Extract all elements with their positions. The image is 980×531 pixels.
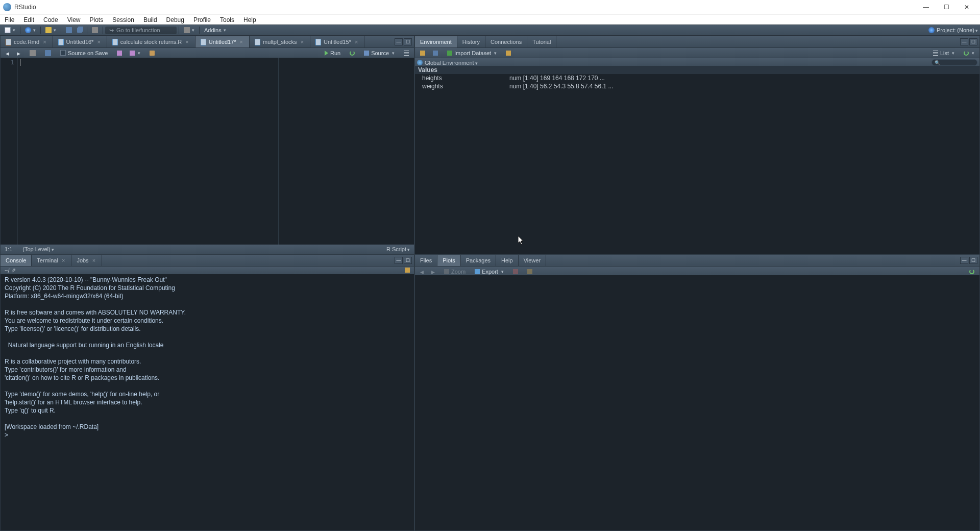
env-row-weights[interactable]: weightsnum [1:40] 56.2 54.3 55.8 57.4 56… bbox=[415, 82, 979, 90]
editor-body[interactable]: 1 bbox=[1, 58, 414, 245]
rerun-button[interactable] bbox=[347, 50, 358, 56]
menu-tools[interactable]: Tools bbox=[215, 15, 239, 25]
console-pane-minimize-button[interactable]: — bbox=[395, 257, 403, 264]
source-on-save-checkbox[interactable]: Source on Save bbox=[57, 50, 111, 57]
tab-viewer[interactable]: Viewer bbox=[519, 255, 546, 266]
open-file-button[interactable] bbox=[43, 27, 59, 34]
menu-profile[interactable]: Profile bbox=[189, 15, 215, 25]
menu-file[interactable]: File bbox=[0, 15, 19, 25]
close-icon[interactable]: × bbox=[96, 39, 101, 45]
tab-terminal[interactable]: Terminal× bbox=[32, 255, 71, 266]
source-tab-1[interactable]: Untitled16*× bbox=[53, 36, 107, 47]
clear-all-plots-button[interactable] bbox=[524, 269, 535, 275]
show-in-new-window-button[interactable] bbox=[27, 50, 39, 57]
zoom-button[interactable]: Zoom bbox=[441, 268, 469, 275]
run-button[interactable]: Run bbox=[322, 50, 344, 57]
source-tab-3[interactable]: Untitled17*× bbox=[195, 36, 250, 47]
menu-session[interactable]: Session bbox=[108, 15, 139, 25]
forward-button[interactable] bbox=[14, 50, 23, 57]
menu-debug[interactable]: Debug bbox=[162, 15, 189, 25]
print-button[interactable] bbox=[89, 27, 101, 34]
working-dir[interactable]: ~/ bbox=[5, 268, 9, 274]
clear-objects-button[interactable] bbox=[503, 50, 514, 56]
tab-connections[interactable]: Connections bbox=[485, 36, 527, 47]
language-selector[interactable]: R Script bbox=[386, 246, 410, 252]
close-icon[interactable]: × bbox=[354, 39, 359, 45]
console-pane-maximize-button[interactable]: ☐ bbox=[404, 257, 412, 264]
menu-build[interactable]: Build bbox=[139, 15, 162, 25]
tab-history[interactable]: History bbox=[457, 36, 485, 47]
outline-button[interactable] bbox=[401, 50, 412, 56]
menu-code[interactable]: Code bbox=[39, 15, 63, 25]
back-button[interactable] bbox=[3, 50, 12, 57]
env-pane-maximize-button[interactable]: ☐ bbox=[969, 38, 977, 45]
window-minimize-button[interactable]: — bbox=[916, 0, 936, 14]
env-var-name: weights bbox=[415, 83, 509, 90]
refresh-plot-button[interactable] bbox=[966, 269, 977, 275]
save-button[interactable] bbox=[63, 27, 75, 34]
source-pane-minimize-button[interactable]: — bbox=[395, 38, 403, 45]
export-plot-button[interactable]: Export bbox=[472, 268, 507, 275]
close-icon[interactable]: × bbox=[42, 39, 47, 45]
save-doc-button[interactable] bbox=[42, 50, 54, 57]
tab-jobs[interactable]: Jobs× bbox=[71, 255, 102, 266]
menu-plots[interactable]: Plots bbox=[85, 15, 108, 25]
goto-file-input[interactable]: ↪Go to file/function bbox=[105, 27, 177, 34]
source-tab-5[interactable]: Untitled15*× bbox=[310, 36, 364, 47]
project-menu-button[interactable]: Project: (None) bbox=[937, 27, 978, 33]
console-prompt: > bbox=[5, 431, 8, 439]
close-icon[interactable]: × bbox=[91, 257, 96, 263]
menu-help[interactable]: Help bbox=[239, 15, 261, 25]
import-dataset-button[interactable]: Import Dataset bbox=[444, 50, 500, 57]
close-icon[interactable]: × bbox=[61, 257, 66, 263]
plots-pane-maximize-button[interactable]: ☐ bbox=[969, 257, 977, 264]
tab-environment[interactable]: Environment bbox=[415, 36, 457, 47]
source-tab-0[interactable]: code.Rmd× bbox=[1, 36, 53, 47]
env-row-heights[interactable]: heightsnum [1:40] 169 164 168 172 170 ..… bbox=[415, 74, 979, 82]
new-file-button[interactable] bbox=[2, 27, 18, 34]
tab-files[interactable]: Files bbox=[415, 255, 437, 266]
view-mode-button[interactable]: List bbox=[930, 50, 958, 57]
compile-report-button[interactable] bbox=[146, 50, 158, 56]
env-search-input[interactable]: 🔍 bbox=[932, 59, 977, 66]
source-button[interactable]: Source bbox=[361, 50, 398, 57]
code-tools-button[interactable] bbox=[127, 50, 143, 56]
remove-plot-button[interactable] bbox=[510, 269, 521, 275]
r-file-icon bbox=[201, 39, 206, 45]
find-replace-button[interactable] bbox=[114, 50, 125, 56]
plots-pane-minimize-button[interactable]: — bbox=[960, 257, 968, 264]
console-output[interactable]: R version 4.0.3 (2020-10-10) -- "Bunny-W… bbox=[1, 274, 414, 530]
broom-icon bbox=[506, 51, 511, 56]
new-project-button[interactable] bbox=[22, 27, 38, 34]
clear-console-button[interactable] bbox=[405, 268, 410, 273]
menu-view[interactable]: View bbox=[63, 15, 85, 25]
tab-plots[interactable]: Plots bbox=[437, 255, 460, 266]
close-icon[interactable]: × bbox=[184, 39, 189, 45]
prev-plot-button[interactable] bbox=[417, 268, 427, 275]
save-all-button[interactable] bbox=[75, 27, 85, 33]
popout-path-icon[interactable]: ⇗ bbox=[11, 267, 16, 274]
code-area[interactable] bbox=[18, 58, 414, 245]
source-tab-2[interactable]: calculate stock returns.R× bbox=[107, 36, 195, 47]
next-plot-button[interactable] bbox=[428, 268, 438, 275]
env-scope-selector[interactable]: Global Environment bbox=[425, 60, 478, 66]
tab-tutorial[interactable]: Tutorial bbox=[527, 36, 556, 47]
tab-packages[interactable]: Packages bbox=[461, 255, 496, 266]
scope-selector[interactable]: (Top Level) bbox=[22, 246, 54, 252]
menu-edit[interactable]: Edit bbox=[19, 15, 39, 25]
source-pane-maximize-button[interactable]: ☐ bbox=[404, 38, 412, 45]
addins-button[interactable]: Addins bbox=[202, 27, 229, 34]
load-workspace-button[interactable] bbox=[417, 50, 428, 56]
window-maximize-button[interactable]: ☐ bbox=[936, 0, 957, 14]
workspace-panes-button[interactable] bbox=[181, 27, 197, 34]
env-pane-minimize-button[interactable]: — bbox=[960, 38, 968, 45]
tab-console[interactable]: Console bbox=[1, 255, 32, 266]
tab-help[interactable]: Help bbox=[496, 255, 519, 266]
window-close-button[interactable]: ✕ bbox=[957, 0, 977, 14]
cursor-position[interactable]: 1:1 bbox=[5, 246, 12, 252]
source-tab-4[interactable]: multpl_stocks× bbox=[250, 36, 310, 47]
close-icon[interactable]: × bbox=[239, 39, 244, 45]
close-icon[interactable]: × bbox=[300, 39, 305, 45]
refresh-env-button[interactable] bbox=[961, 50, 977, 56]
save-workspace-button[interactable] bbox=[430, 50, 441, 56]
